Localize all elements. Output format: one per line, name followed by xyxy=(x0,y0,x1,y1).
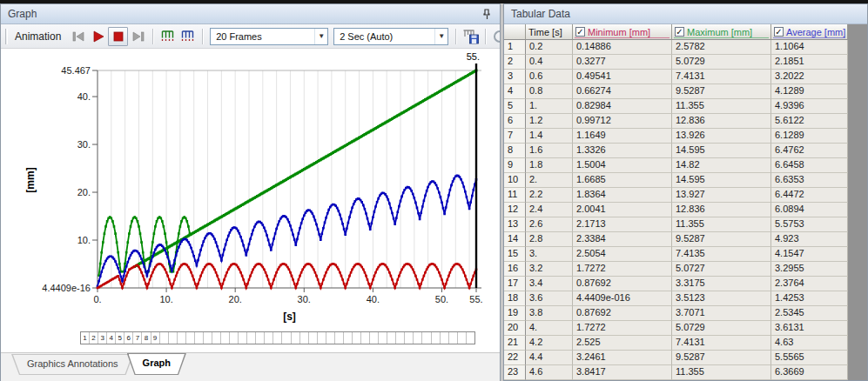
data-cell[interactable]: 3.2022 xyxy=(771,70,848,84)
data-cell[interactable]: 0.49541 xyxy=(573,70,672,84)
tab-graphics-annotations[interactable]: Graphics Annotations xyxy=(11,354,134,375)
frame-cell[interactable] xyxy=(361,332,370,344)
data-cell[interactable]: 13.926 xyxy=(672,129,771,144)
frame-cell[interactable] xyxy=(353,332,361,344)
data-cell[interactable]: 5.0727 xyxy=(672,262,771,277)
data-cell[interactable]: 7.4131 xyxy=(672,336,771,351)
row-number-cell[interactable]: 17 xyxy=(504,277,526,291)
data-cell[interactable]: 5.6122 xyxy=(771,114,848,129)
data-cell[interactable]: 5.0729 xyxy=(672,321,771,336)
data-cell[interactable]: 1.4253 xyxy=(771,291,848,306)
data-cell[interactable]: 2.5054 xyxy=(573,247,672,262)
data-cell[interactable]: 4.2 xyxy=(526,336,573,351)
data-cell[interactable]: 9.5287 xyxy=(672,84,771,99)
data-cell[interactable]: 4.923 xyxy=(771,232,848,247)
data-cell[interactable]: 5.0729 xyxy=(672,55,771,70)
table-row[interactable]: 214.22.5257.41314.63 xyxy=(504,336,848,351)
data-cell[interactable]: 2.6 xyxy=(526,217,573,232)
data-cell[interactable]: 6.4472 xyxy=(771,188,848,203)
row-number-cell[interactable]: 16 xyxy=(504,262,526,277)
data-cell[interactable]: 1.8364 xyxy=(573,188,672,203)
data-cell[interactable]: 1.7272 xyxy=(573,321,672,336)
data-cell[interactable]: 3.2461 xyxy=(573,351,672,365)
data-cell[interactable]: 2. xyxy=(526,173,573,188)
data-cell[interactable]: 3.3175 xyxy=(672,277,771,291)
table-row[interactable]: 163.21.72725.07273.2955 xyxy=(504,262,848,277)
table-row[interactable]: 40.80.662749.52874.1289 xyxy=(504,84,848,99)
frame-cell[interactable]: 6 xyxy=(124,332,133,344)
table-row[interactable]: 204.1.72725.07293.6131 xyxy=(504,321,848,336)
frame-cell[interactable] xyxy=(256,332,265,344)
frame-cell[interactable] xyxy=(405,332,414,344)
table-row[interactable]: 142.82.33849.52874.923 xyxy=(504,232,848,247)
frame-cell[interactable] xyxy=(195,332,204,344)
export-video-button[interactable] xyxy=(461,27,481,46)
data-cell[interactable]: 0.6 xyxy=(526,70,573,84)
row-number-cell[interactable]: 1 xyxy=(504,40,526,55)
row-number-cell[interactable]: 6 xyxy=(504,114,526,129)
data-cell[interactable]: 3.6131 xyxy=(771,321,848,336)
data-cell[interactable]: 13.927 xyxy=(672,188,771,203)
frame-cell[interactable] xyxy=(292,332,300,344)
maximum-checkbox[interactable]: ✓ xyxy=(675,27,684,37)
row-number-cell[interactable]: 14 xyxy=(504,232,526,247)
data-cell[interactable]: 0.66274 xyxy=(573,84,672,99)
table-row[interactable]: 71.41.164913.9266.1289 xyxy=(504,129,848,144)
tab-graph[interactable]: Graph xyxy=(127,353,186,375)
frame-cell[interactable]: 1 xyxy=(81,332,90,344)
data-cell[interactable]: 4.6 xyxy=(526,365,573,380)
result-sets-button-2[interactable] xyxy=(178,27,198,46)
data-cell[interactable]: 1.6 xyxy=(526,144,573,158)
frame-cell[interactable] xyxy=(379,332,387,344)
data-cell[interactable]: 6.6353 xyxy=(771,173,848,188)
frame-cell[interactable] xyxy=(300,332,309,344)
data-cell[interactable]: 1.1649 xyxy=(573,129,672,144)
data-cell[interactable]: 4. xyxy=(526,321,573,336)
data-cell[interactable]: 0.99712 xyxy=(573,114,672,129)
stop-button[interactable] xyxy=(108,27,128,46)
data-cell[interactable]: 1.7272 xyxy=(573,262,672,277)
frame-cell[interactable]: 3 xyxy=(98,332,107,344)
data-cell[interactable]: 14.595 xyxy=(672,144,771,158)
table-row[interactable]: 224.43.24619.52875.5565 xyxy=(504,351,848,365)
table-row[interactable]: 20.40.32775.07292.1851 xyxy=(504,55,848,70)
row-number-cell[interactable]: 12 xyxy=(504,203,526,217)
row-number-cell[interactable]: 13 xyxy=(504,217,526,232)
frame-cell[interactable] xyxy=(247,332,256,344)
minimum-checkbox[interactable]: ✓ xyxy=(575,27,585,37)
data-cell[interactable]: 2.2 xyxy=(526,188,573,203)
data-cell[interactable]: 4.4 xyxy=(526,351,573,365)
row-number-cell[interactable]: 2 xyxy=(504,55,526,70)
data-cell[interactable]: 0.87692 xyxy=(573,277,672,291)
frame-cell[interactable] xyxy=(458,332,467,344)
column-header-time[interactable]: Time [s] xyxy=(526,24,573,40)
data-cell[interactable]: 7.4135 xyxy=(672,247,771,262)
row-number-cell[interactable]: 15 xyxy=(504,247,526,262)
data-cell[interactable]: 2.1851 xyxy=(771,55,848,70)
row-number-cell[interactable]: 4 xyxy=(504,84,526,99)
data-cell[interactable]: 9.5287 xyxy=(672,351,771,365)
row-number-cell[interactable]: 22 xyxy=(504,351,526,365)
graph-chart[interactable]: 4.4409e-1610.20.30.40.45.4670.10.20.30.4… xyxy=(1,50,500,330)
frame-cell[interactable] xyxy=(212,332,221,344)
frames-dropdown[interactable]: 20 Frames ▼ xyxy=(210,28,328,45)
table-row[interactable]: 30.60.495417.41313.2022 xyxy=(504,70,848,84)
frame-cell[interactable] xyxy=(273,332,282,344)
data-cell[interactable]: 1.6685 xyxy=(573,173,672,188)
data-cell[interactable]: 0.3277 xyxy=(573,55,672,70)
data-cell[interactable]: 2.8 xyxy=(526,232,573,247)
scrollbar-track[interactable] xyxy=(848,24,867,380)
toolbar-grip[interactable] xyxy=(5,29,8,44)
frame-cell[interactable] xyxy=(467,332,474,344)
data-cell[interactable]: 2.0041 xyxy=(573,203,672,217)
table-row[interactable]: 81.61.332614.5956.4762 xyxy=(504,144,848,158)
data-cell[interactable]: 4.1547 xyxy=(771,247,848,262)
frame-cell[interactable] xyxy=(221,332,230,344)
frame-cell[interactable]: 8 xyxy=(142,332,151,344)
frame-cell[interactable] xyxy=(282,332,291,344)
pin-icon[interactable] xyxy=(482,9,492,23)
data-cell[interactable]: 4.9396 xyxy=(771,99,848,114)
data-cell[interactable]: 3.8417 xyxy=(573,365,672,380)
data-cell[interactable]: 6.1289 xyxy=(771,129,848,144)
frame-cell[interactable] xyxy=(160,332,169,344)
